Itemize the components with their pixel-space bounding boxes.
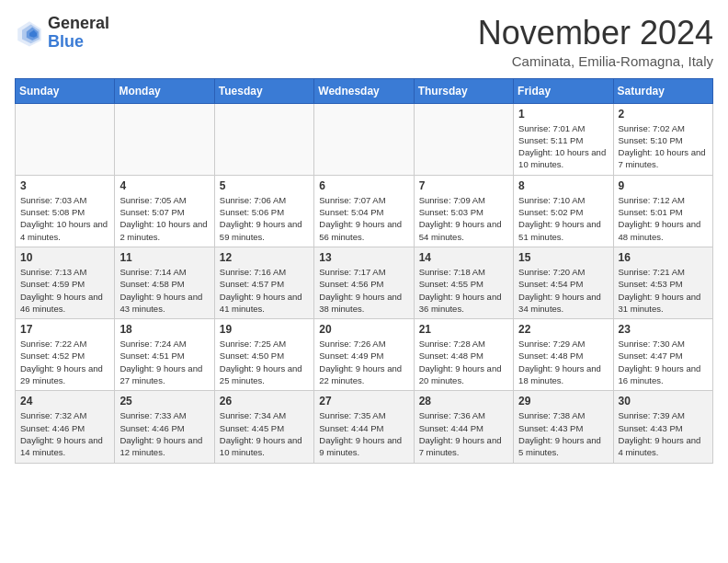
day-number: 21 [419, 323, 508, 336]
day-number: 12 [220, 251, 309, 264]
calendar-day: 29Sunrise: 7:38 AM Sunset: 4:43 PM Dayli… [514, 391, 613, 463]
day-info: Sunrise: 7:28 AM Sunset: 4:48 PM Dayligh… [419, 338, 508, 386]
month-title: November 2024 [478, 15, 713, 52]
day-info: Sunrise: 7:24 AM Sunset: 4:51 PM Dayligh… [119, 338, 209, 386]
logo-text: General Blue [48, 15, 109, 52]
calendar-day [115, 103, 214, 175]
day-number: 29 [518, 395, 608, 408]
calendar-day: 23Sunrise: 7:30 AM Sunset: 4:47 PM Dayli… [613, 319, 712, 391]
calendar-day: 24Sunrise: 7:32 AM Sunset: 4:46 PM Dayli… [16, 391, 115, 463]
day-info: Sunrise: 7:32 AM Sunset: 4:46 PM Dayligh… [20, 409, 109, 458]
day-number: 8 [518, 179, 608, 192]
day-info: Sunrise: 7:18 AM Sunset: 4:55 PM Dayligh… [419, 266, 508, 315]
calendar-day: 4Sunrise: 7:05 AM Sunset: 5:07 PM Daylig… [115, 175, 214, 247]
calendar-day: 30Sunrise: 7:39 AM Sunset: 4:43 PM Dayli… [613, 391, 712, 463]
calendar-header-monday: Monday [115, 78, 214, 103]
calendar-day: 20Sunrise: 7:26 AM Sunset: 4:49 PM Dayli… [314, 319, 414, 391]
calendar-week-row: 3Sunrise: 7:03 AM Sunset: 5:08 PM Daylig… [16, 175, 713, 247]
calendar-day: 28Sunrise: 7:36 AM Sunset: 4:44 PM Dayli… [414, 391, 513, 463]
calendar-header-tuesday: Tuesday [214, 78, 313, 103]
calendar-day: 27Sunrise: 7:35 AM Sunset: 4:44 PM Dayli… [314, 391, 414, 463]
calendar-day: 19Sunrise: 7:25 AM Sunset: 4:50 PM Dayli… [214, 319, 313, 391]
calendar-day: 13Sunrise: 7:17 AM Sunset: 4:56 PM Dayli… [314, 247, 414, 318]
logo: General Blue [15, 15, 109, 52]
day-info: Sunrise: 7:39 AM Sunset: 4:43 PM Dayligh… [619, 409, 708, 458]
calendar-day: 21Sunrise: 7:28 AM Sunset: 4:48 PM Dayli… [414, 319, 513, 391]
calendar-header-friday: Friday [514, 78, 613, 103]
day-number: 9 [619, 179, 708, 192]
day-number: 14 [419, 251, 508, 264]
day-info: Sunrise: 7:05 AM Sunset: 5:07 PM Dayligh… [119, 194, 209, 243]
calendar-week-row: 1Sunrise: 7:01 AM Sunset: 5:11 PM Daylig… [16, 103, 713, 175]
day-number: 23 [619, 323, 708, 336]
calendar-day [214, 103, 313, 175]
day-number: 13 [319, 251, 408, 264]
day-number: 7 [419, 179, 508, 192]
day-info: Sunrise: 7:01 AM Sunset: 5:11 PM Dayligh… [518, 122, 608, 171]
calendar-day: 17Sunrise: 7:22 AM Sunset: 4:52 PM Dayli… [16, 319, 115, 391]
day-number: 30 [619, 395, 708, 408]
calendar: SundayMondayTuesdayWednesdayThursdayFrid… [15, 78, 713, 464]
calendar-day [414, 103, 513, 175]
calendar-header-sunday: Sunday [16, 78, 115, 103]
day-number: 5 [220, 179, 309, 192]
logo-blue-text: Blue [48, 33, 109, 52]
day-info: Sunrise: 7:13 AM Sunset: 4:59 PM Dayligh… [20, 266, 109, 315]
day-info: Sunrise: 7:03 AM Sunset: 5:08 PM Dayligh… [20, 194, 109, 243]
page: General Blue November 2024 Caminata, Emi… [0, 0, 728, 473]
calendar-day: 12Sunrise: 7:16 AM Sunset: 4:57 PM Dayli… [214, 247, 313, 318]
title-area: November 2024 Caminata, Emilia-Romagna, … [478, 15, 713, 69]
calendar-day: 10Sunrise: 7:13 AM Sunset: 4:59 PM Dayli… [16, 247, 115, 318]
day-info: Sunrise: 7:06 AM Sunset: 5:06 PM Dayligh… [220, 194, 309, 243]
day-info: Sunrise: 7:22 AM Sunset: 4:52 PM Dayligh… [20, 338, 109, 386]
day-number: 16 [619, 251, 708, 264]
calendar-day: 3Sunrise: 7:03 AM Sunset: 5:08 PM Daylig… [16, 175, 115, 247]
calendar-header-saturday: Saturday [613, 78, 712, 103]
calendar-day: 9Sunrise: 7:12 AM Sunset: 5:01 PM Daylig… [613, 175, 712, 247]
day-info: Sunrise: 7:30 AM Sunset: 4:47 PM Dayligh… [619, 338, 708, 386]
day-number: 27 [319, 395, 408, 408]
day-info: Sunrise: 7:10 AM Sunset: 5:02 PM Dayligh… [518, 194, 608, 243]
calendar-day: 18Sunrise: 7:24 AM Sunset: 4:51 PM Dayli… [115, 319, 214, 391]
day-info: Sunrise: 7:12 AM Sunset: 5:01 PM Dayligh… [619, 194, 708, 243]
day-info: Sunrise: 7:38 AM Sunset: 4:43 PM Dayligh… [518, 409, 608, 458]
calendar-day: 6Sunrise: 7:07 AM Sunset: 5:04 PM Daylig… [314, 175, 414, 247]
day-info: Sunrise: 7:14 AM Sunset: 4:58 PM Dayligh… [119, 266, 209, 315]
day-number: 2 [619, 108, 708, 121]
day-number: 1 [518, 108, 608, 121]
day-info: Sunrise: 7:29 AM Sunset: 4:48 PM Dayligh… [518, 338, 608, 386]
calendar-header-thursday: Thursday [414, 78, 513, 103]
day-info: Sunrise: 7:35 AM Sunset: 4:44 PM Dayligh… [319, 409, 408, 458]
calendar-day: 8Sunrise: 7:10 AM Sunset: 5:02 PM Daylig… [514, 175, 613, 247]
day-info: Sunrise: 7:33 AM Sunset: 4:46 PM Dayligh… [119, 409, 209, 458]
calendar-day: 16Sunrise: 7:21 AM Sunset: 4:53 PM Dayli… [613, 247, 712, 318]
day-info: Sunrise: 7:16 AM Sunset: 4:57 PM Dayligh… [220, 266, 309, 315]
day-info: Sunrise: 7:36 AM Sunset: 4:44 PM Dayligh… [419, 409, 508, 458]
calendar-day: 22Sunrise: 7:29 AM Sunset: 4:48 PM Dayli… [514, 319, 613, 391]
calendar-day: 15Sunrise: 7:20 AM Sunset: 4:54 PM Dayli… [514, 247, 613, 318]
day-number: 15 [518, 251, 608, 264]
day-info: Sunrise: 7:21 AM Sunset: 4:53 PM Dayligh… [619, 266, 708, 315]
day-number: 17 [20, 323, 109, 336]
header: General Blue November 2024 Caminata, Emi… [15, 15, 713, 69]
day-number: 3 [20, 179, 109, 192]
calendar-day: 1Sunrise: 7:01 AM Sunset: 5:11 PM Daylig… [514, 103, 613, 175]
calendar-day: 7Sunrise: 7:09 AM Sunset: 5:03 PM Daylig… [414, 175, 513, 247]
day-info: Sunrise: 7:09 AM Sunset: 5:03 PM Dayligh… [419, 194, 508, 243]
logo-icon [15, 18, 44, 48]
logo-general-text: General [48, 15, 109, 33]
day-number: 26 [220, 395, 309, 408]
day-number: 4 [119, 179, 209, 192]
calendar-day: 2Sunrise: 7:02 AM Sunset: 5:10 PM Daylig… [613, 103, 712, 175]
day-info: Sunrise: 7:02 AM Sunset: 5:10 PM Dayligh… [619, 122, 708, 171]
calendar-header-row: SundayMondayTuesdayWednesdayThursdayFrid… [16, 78, 713, 103]
calendar-week-row: 24Sunrise: 7:32 AM Sunset: 4:46 PM Dayli… [16, 391, 713, 463]
day-info: Sunrise: 7:25 AM Sunset: 4:50 PM Dayligh… [220, 338, 309, 386]
day-number: 19 [220, 323, 309, 336]
day-number: 18 [119, 323, 209, 336]
calendar-header-wednesday: Wednesday [314, 78, 414, 103]
day-info: Sunrise: 7:34 AM Sunset: 4:45 PM Dayligh… [220, 409, 309, 458]
location-title: Caminata, Emilia-Romagna, Italy [478, 53, 713, 69]
calendar-day [314, 103, 414, 175]
calendar-day: 26Sunrise: 7:34 AM Sunset: 4:45 PM Dayli… [214, 391, 313, 463]
